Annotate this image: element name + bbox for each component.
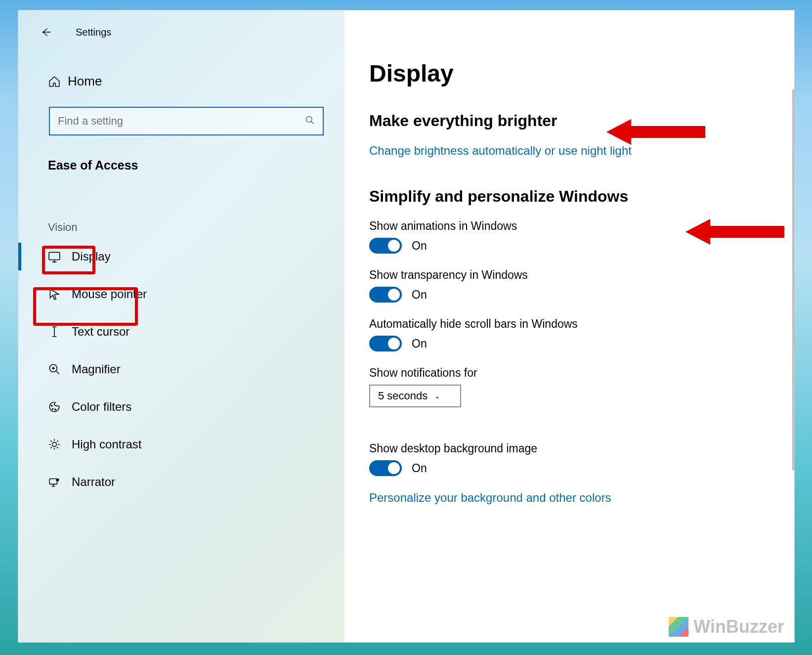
watermark-logo-icon bbox=[669, 617, 688, 637]
palette-icon bbox=[48, 400, 72, 413]
nav-narrator[interactable]: Narrator bbox=[18, 463, 344, 501]
home-nav[interactable]: Home bbox=[18, 62, 344, 101]
nav-high-contrast[interactable]: High contrast bbox=[18, 426, 344, 463]
notifications-dropdown[interactable]: 5 seconds ⌄ bbox=[369, 385, 461, 407]
main-content: Display Make everything brighter Change … bbox=[344, 10, 794, 642]
nav-label: High contrast bbox=[72, 437, 141, 451]
toggle-state: On bbox=[412, 288, 427, 302]
category-heading: Ease of Access bbox=[18, 135, 344, 187]
chevron-down-icon: ⌄ bbox=[434, 392, 440, 400]
svg-point-4 bbox=[52, 408, 53, 409]
brightness-link[interactable]: Change brightness automatically or use n… bbox=[369, 144, 794, 158]
svg-point-3 bbox=[51, 405, 52, 406]
scrollbar[interactable] bbox=[792, 89, 794, 470]
nav-label: Text cursor bbox=[72, 325, 129, 339]
arrow-left-icon bbox=[41, 27, 51, 38]
annotation-arrow-1 bbox=[606, 118, 705, 146]
setting-label: Show transparency in Windows bbox=[369, 268, 794, 282]
nav-label: Magnifier bbox=[72, 362, 121, 376]
watermark-text: WinBuzzer bbox=[693, 616, 784, 637]
setting-hide-scrollbars: Automatically hide scroll bars in Window… bbox=[369, 317, 794, 351]
page-title: Display bbox=[369, 60, 794, 87]
annotation-box-display bbox=[33, 287, 138, 326]
text-cursor-icon bbox=[48, 325, 72, 338]
svg-marker-9 bbox=[606, 119, 705, 145]
narrator-icon bbox=[48, 476, 72, 488]
watermark: WinBuzzer bbox=[669, 616, 784, 637]
svg-marker-10 bbox=[685, 219, 784, 245]
section-simplify-heading: Simplify and personalize Windows bbox=[369, 187, 794, 206]
svg-point-5 bbox=[55, 409, 56, 410]
window-title: Settings bbox=[76, 27, 111, 38]
home-label: Home bbox=[68, 74, 102, 89]
home-icon bbox=[48, 75, 68, 88]
setting-label: Show notifications for bbox=[369, 366, 794, 380]
group-vision: Vision bbox=[18, 217, 344, 238]
annotation-arrow-2 bbox=[685, 218, 784, 246]
annotation-box-vision bbox=[42, 246, 95, 274]
svg-point-6 bbox=[52, 442, 57, 447]
search-icon bbox=[305, 115, 315, 128]
svg-point-8 bbox=[56, 479, 58, 481]
setting-bgimage: Show desktop background image On bbox=[369, 442, 794, 476]
personalize-link[interactable]: Personalize your background and other co… bbox=[369, 491, 794, 505]
search-input[interactable] bbox=[58, 115, 305, 128]
toggle-state: On bbox=[412, 337, 427, 350]
sidebar: Settings Home Ease of Access Vision Disp… bbox=[18, 10, 344, 642]
scrollbars-toggle[interactable] bbox=[369, 336, 402, 351]
dropdown-value: 5 seconds bbox=[378, 390, 427, 402]
svg-point-0 bbox=[306, 116, 312, 122]
sun-icon bbox=[48, 438, 72, 451]
nav-color-filters[interactable]: Color filters bbox=[18, 388, 344, 426]
section-brighter-heading: Make everything brighter bbox=[369, 112, 794, 130]
bgimage-toggle[interactable] bbox=[369, 460, 402, 476]
back-button[interactable] bbox=[31, 17, 61, 47]
svg-rect-7 bbox=[49, 479, 57, 484]
toggle-state: On bbox=[412, 462, 427, 475]
magnifier-icon bbox=[48, 363, 72, 376]
titlebar: Settings bbox=[18, 17, 344, 47]
animations-toggle[interactable] bbox=[369, 238, 402, 254]
toggle-state: On bbox=[412, 239, 427, 253]
nav-label: Color filters bbox=[72, 400, 131, 414]
nav-label: Narrator bbox=[72, 475, 115, 489]
transparency-toggle[interactable] bbox=[369, 287, 402, 303]
settings-window: — □ ✕ Settings Home Ease of Access Visio… bbox=[18, 10, 795, 643]
setting-transparency: Show transparency in Windows On bbox=[369, 268, 794, 303]
nav-magnifier[interactable]: Magnifier bbox=[18, 350, 344, 388]
setting-label: Show desktop background image bbox=[369, 442, 794, 455]
search-box[interactable] bbox=[49, 107, 324, 135]
setting-notifications: Show notifications for 5 seconds ⌄ bbox=[369, 366, 794, 427]
setting-label: Automatically hide scroll bars in Window… bbox=[369, 317, 794, 331]
